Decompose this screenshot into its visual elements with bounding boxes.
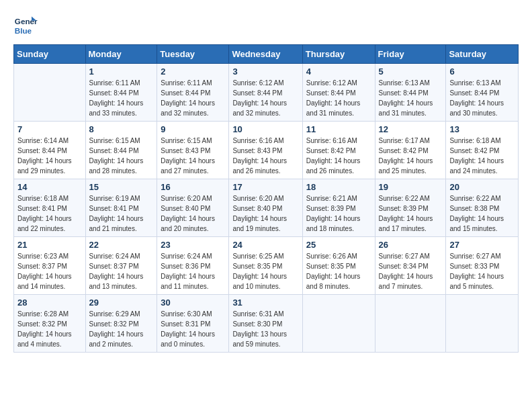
- sunset-info: Sunset: 8:39 PM: [306, 205, 356, 212]
- sunrise-info: Sunrise: 6:29 AM: [89, 310, 140, 318]
- daylight-info: Daylight: 14 hours and 32 minutes.: [232, 99, 287, 117]
- day-number: 23: [161, 240, 225, 250]
- cell-info: Sunrise: 6:11 AMSunset: 8:44 PMDaylight:…: [89, 78, 154, 118]
- daylight-info: Daylight: 14 hours and 4 minutes.: [17, 330, 72, 348]
- calendar-cell: 9Sunrise: 6:15 AMSunset: 8:43 PMDaylight…: [157, 122, 229, 179]
- sunrise-info: Sunrise: 6:27 AM: [449, 253, 500, 260]
- sunset-info: Sunset: 8:44 PM: [161, 89, 210, 97]
- cell-info: Sunrise: 6:20 AMSunset: 8:40 PMDaylight:…: [161, 193, 225, 234]
- sunrise-info: Sunrise: 6:15 AM: [89, 137, 140, 144]
- svg-text:Blue: Blue: [15, 26, 32, 35]
- daylight-info: Daylight: 14 hours and 27 minutes.: [161, 157, 215, 175]
- sunset-info: Sunset: 8:42 PM: [306, 147, 356, 154]
- day-number: 12: [379, 124, 443, 134]
- calendar-cell: 5Sunrise: 6:13 AMSunset: 8:44 PMDaylight…: [375, 64, 446, 122]
- cell-info: Sunrise: 6:19 AMSunset: 8:41 PMDaylight:…: [89, 193, 154, 234]
- calendar-cell: 21Sunrise: 6:23 AMSunset: 8:37 PMDayligh…: [14, 237, 86, 295]
- sunrise-info: Sunrise: 6:11 AM: [161, 79, 212, 87]
- cell-info: Sunrise: 6:25 AMSunset: 8:35 PMDaylight:…: [232, 251, 298, 291]
- sunrise-info: Sunrise: 6:15 AM: [161, 137, 212, 144]
- calendar-cell: 8Sunrise: 6:15 AMSunset: 8:44 PMDaylight…: [85, 122, 157, 179]
- daylight-info: Daylight: 14 hours and 15 minutes.: [449, 215, 504, 232]
- calendar-cell: 26Sunrise: 6:27 AMSunset: 8:34 PMDayligh…: [375, 237, 446, 295]
- daylight-info: Daylight: 14 hours and 30 minutes.: [449, 99, 504, 117]
- sunset-info: Sunset: 8:32 PM: [89, 320, 139, 328]
- cell-info: Sunrise: 6:16 AMSunset: 8:43 PMDaylight:…: [232, 136, 298, 176]
- day-number: 3: [232, 66, 298, 77]
- day-number: 7: [17, 124, 82, 134]
- sunset-info: Sunset: 8:40 PM: [232, 205, 282, 212]
- sunrise-info: Sunrise: 6:23 AM: [17, 253, 69, 260]
- calendar-cell: 24Sunrise: 6:25 AMSunset: 8:35 PMDayligh…: [229, 237, 302, 295]
- day-number: 8: [89, 124, 154, 134]
- day-number: 25: [306, 240, 371, 250]
- calendar-cell: [375, 295, 446, 353]
- sunrise-info: Sunrise: 6:25 AM: [232, 253, 283, 260]
- calendar-cell: [302, 295, 375, 353]
- daylight-info: Daylight: 14 hours and 21 minutes.: [89, 215, 144, 232]
- weekday-header-monday: Monday: [85, 45, 157, 64]
- calendar-cell: 30Sunrise: 6:30 AMSunset: 8:31 PMDayligh…: [157, 295, 229, 353]
- sunrise-info: Sunrise: 6:14 AM: [17, 137, 69, 144]
- day-number: 9: [161, 124, 225, 134]
- sunrise-info: Sunrise: 6:18 AM: [17, 195, 69, 202]
- sunset-info: Sunset: 8:40 PM: [161, 205, 210, 212]
- sunset-info: Sunset: 8:44 PM: [89, 147, 139, 154]
- daylight-info: Daylight: 13 hours and 59 minutes.: [232, 330, 287, 348]
- calendar-table: SundayMondayTuesdayWednesdayThursdayFrid…: [13, 44, 519, 353]
- sunset-info: Sunset: 8:30 PM: [232, 320, 282, 328]
- day-number: 1: [89, 66, 154, 77]
- cell-info: Sunrise: 6:22 AMSunset: 8:39 PMDaylight:…: [379, 193, 443, 234]
- sunset-info: Sunset: 8:41 PM: [17, 205, 67, 212]
- sunset-info: Sunset: 8:32 PM: [17, 320, 67, 328]
- day-number: 26: [379, 240, 443, 250]
- daylight-info: Daylight: 14 hours and 25 minutes.: [379, 157, 433, 175]
- day-number: 17: [232, 182, 298, 192]
- sunrise-info: Sunrise: 6:20 AM: [232, 195, 283, 202]
- sunrise-info: Sunrise: 6:22 AM: [379, 195, 430, 202]
- calendar-week-row: 21Sunrise: 6:23 AMSunset: 8:37 PMDayligh…: [14, 237, 519, 295]
- logo: General Blue: [13, 13, 40, 38]
- sunset-info: Sunset: 8:38 PM: [449, 205, 499, 212]
- svg-text:General: General: [15, 17, 38, 26]
- sunset-info: Sunset: 8:42 PM: [449, 147, 499, 154]
- calendar-cell: [446, 295, 519, 353]
- calendar-cell: 16Sunrise: 6:20 AMSunset: 8:40 PMDayligh…: [157, 179, 229, 237]
- cell-info: Sunrise: 6:26 AMSunset: 8:35 PMDaylight:…: [306, 251, 371, 291]
- sunset-info: Sunset: 8:41 PM: [89, 205, 139, 212]
- day-number: 2: [161, 66, 225, 77]
- logo-icon: General Blue: [13, 13, 38, 38]
- sunset-info: Sunset: 8:37 PM: [17, 263, 67, 270]
- cell-info: Sunrise: 6:15 AMSunset: 8:43 PMDaylight:…: [161, 136, 225, 176]
- daylight-info: Daylight: 14 hours and 22 minutes.: [17, 215, 72, 232]
- sunrise-info: Sunrise: 6:16 AM: [232, 137, 283, 144]
- sunrise-info: Sunrise: 6:30 AM: [161, 310, 212, 318]
- sunrise-info: Sunrise: 6:11 AM: [89, 79, 140, 87]
- day-number: 13: [449, 124, 515, 134]
- sunset-info: Sunset: 8:44 PM: [306, 89, 356, 97]
- calendar-week-row: 28Sunrise: 6:28 AMSunset: 8:32 PMDayligh…: [14, 295, 519, 353]
- cell-info: Sunrise: 6:18 AMSunset: 8:42 PMDaylight:…: [449, 136, 515, 176]
- daylight-info: Daylight: 14 hours and 26 minutes.: [306, 157, 361, 175]
- weekday-header-friday: Friday: [375, 45, 446, 64]
- daylight-info: Daylight: 14 hours and 14 minutes.: [17, 273, 72, 290]
- day-number: 16: [161, 182, 225, 192]
- calendar-cell: 29Sunrise: 6:29 AMSunset: 8:32 PMDayligh…: [85, 295, 157, 353]
- day-number: 27: [449, 240, 515, 250]
- sunset-info: Sunset: 8:44 PM: [449, 89, 499, 97]
- daylight-info: Daylight: 14 hours and 31 minutes.: [306, 99, 361, 117]
- calendar-cell: 14Sunrise: 6:18 AMSunset: 8:41 PMDayligh…: [14, 179, 86, 237]
- cell-info: Sunrise: 6:23 AMSunset: 8:37 PMDaylight:…: [17, 251, 82, 291]
- day-number: 14: [17, 182, 82, 192]
- cell-info: Sunrise: 6:13 AMSunset: 8:44 PMDaylight:…: [379, 78, 443, 118]
- cell-info: Sunrise: 6:18 AMSunset: 8:41 PMDaylight:…: [17, 193, 82, 234]
- daylight-info: Daylight: 14 hours and 31 minutes.: [379, 99, 433, 117]
- calendar-cell: 2Sunrise: 6:11 AMSunset: 8:44 PMDaylight…: [157, 64, 229, 122]
- day-number: 6: [449, 66, 515, 77]
- calendar-cell: 28Sunrise: 6:28 AMSunset: 8:32 PMDayligh…: [14, 295, 86, 353]
- cell-info: Sunrise: 6:30 AMSunset: 8:31 PMDaylight:…: [161, 309, 225, 349]
- sunrise-info: Sunrise: 6:24 AM: [89, 253, 140, 260]
- daylight-info: Daylight: 14 hours and 24 minutes.: [449, 157, 504, 175]
- cell-info: Sunrise: 6:24 AMSunset: 8:36 PMDaylight:…: [161, 251, 225, 291]
- calendar-cell: 10Sunrise: 6:16 AMSunset: 8:43 PMDayligh…: [229, 122, 302, 179]
